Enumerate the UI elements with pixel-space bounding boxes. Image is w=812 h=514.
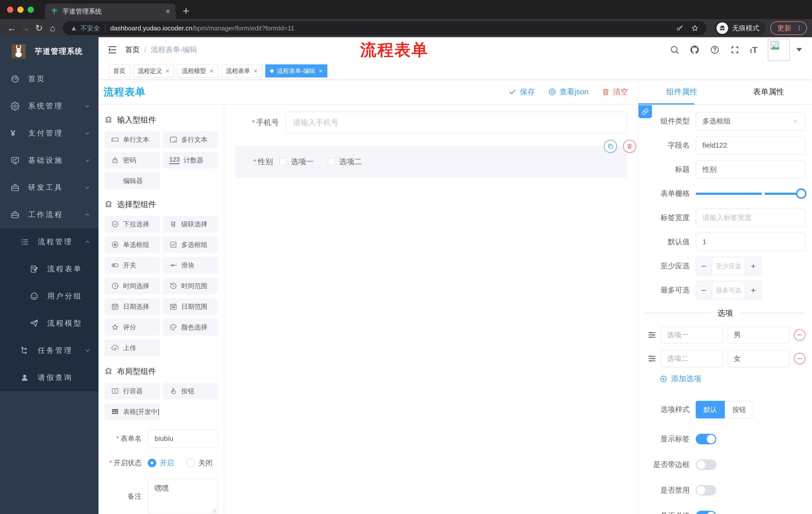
sidebar-item-payment[interactable]: ¥ 支付管理 (0, 120, 98, 147)
sidebar-item-user-group[interactable]: 用户分组 (0, 283, 98, 310)
stepper-minus-button[interactable]: − (696, 281, 712, 299)
sidebar-item-leave-query[interactable]: 请假查询 (0, 364, 98, 391)
browser-menu-icon[interactable] (796, 25, 803, 31)
slider-track[interactable] (696, 193, 803, 195)
component-button[interactable]: 按钮 (163, 383, 218, 399)
close-tab-icon[interactable]: × (209, 67, 213, 74)
maximize-window-button[interactable] (28, 6, 34, 13)
title-input[interactable]: 性别 (696, 160, 806, 179)
add-option-button[interactable]: 添加选项 (660, 374, 806, 384)
field-link-tag[interactable] (638, 105, 652, 118)
close-tab-icon[interactable]: × (254, 67, 257, 74)
component-time-picker[interactable]: 时间选择 (105, 278, 160, 294)
disabled-toggle[interactable] (696, 485, 716, 496)
sidebar-item-process-model[interactable]: 流程模型 (0, 310, 98, 337)
view-tab-process-form-edit[interactable]: 流程表单-编辑 × (265, 64, 327, 77)
stepper-minus-button[interactable]: − (696, 257, 712, 275)
help-icon[interactable] (710, 45, 720, 55)
component-date-picker[interactable]: 日期选择 (105, 298, 160, 315)
view-tab-process-model[interactable]: 流程模型 × (177, 64, 218, 77)
component-row-container[interactable]: 行容器 (105, 383, 160, 399)
close-tab-icon[interactable]: × (166, 7, 170, 15)
address-bar[interactable]: ▲ 不安全 dashboard.yudao.iocoder.cn /bpm/ma… (63, 21, 706, 35)
component-slider[interactable]: 滑块 (163, 257, 218, 274)
option-1-label-input[interactable]: 选项一 (661, 326, 723, 344)
forward-icon[interactable]: → (19, 21, 32, 35)
view-json-button[interactable]: 查看json (548, 87, 588, 97)
bookmark-star-icon[interactable] (691, 24, 699, 32)
new-tab-button[interactable]: + (183, 5, 190, 17)
component-multi-text[interactable]: 多行文本 (163, 131, 218, 148)
close-window-button[interactable] (7, 6, 13, 13)
avatar[interactable] (768, 39, 790, 61)
tab-form-props[interactable]: 表单属性 (725, 79, 812, 104)
component-radio-group[interactable]: 单选框组 (105, 236, 160, 253)
stepper-plus-button[interactable]: + (745, 281, 761, 299)
option-1-value-input[interactable]: 男 (728, 326, 790, 344)
browser-update-button[interactable]: 更新 (770, 21, 807, 35)
component-rate[interactable]: 评分 (105, 319, 160, 335)
component-time-range[interactable]: 时间范围 (163, 278, 218, 294)
clear-button[interactable]: 清空 (602, 87, 628, 97)
component-password[interactable]: 密码 (105, 152, 160, 168)
option-2-label-input[interactable]: 选项二 (661, 350, 723, 367)
password-key-icon[interactable] (676, 24, 684, 32)
remove-option-button[interactable] (794, 329, 806, 341)
remove-option-button[interactable] (794, 353, 806, 364)
field-name-input[interactable]: field122 (696, 136, 806, 154)
component-counter[interactable]: 123 计数器 (163, 152, 218, 168)
canvas-gender-field-selected[interactable]: 性别 选项一 选项二 (235, 146, 627, 178)
window-controls[interactable] (0, 0, 45, 19)
text-size-icon[interactable]: tT (750, 45, 758, 55)
default-value-input[interactable]: 1 (696, 233, 806, 251)
reload-icon[interactable]: ↻ (32, 21, 46, 35)
view-tab-process-form[interactable]: 流程表单 × (221, 64, 262, 77)
component-switch[interactable]: 开关 (105, 257, 160, 274)
view-tab-process-def[interactable]: 流程定义 × (133, 64, 174, 77)
style-default-button[interactable]: 默认 (696, 401, 725, 418)
status-off-radio[interactable]: 关闭 (186, 458, 212, 468)
component-date-range[interactable]: 日期范围 (163, 298, 218, 315)
search-icon[interactable] (670, 45, 679, 55)
label-width-input[interactable]: 请输入标签宽度 (696, 209, 806, 227)
minimize-window-button[interactable] (17, 6, 24, 13)
stepper-plus-button[interactable]: + (745, 257, 761, 275)
incognito-chip[interactable]: 无痕模式 (715, 21, 766, 35)
view-tab-home[interactable]: 首页 (109, 64, 130, 77)
component-upload[interactable]: 上传 (105, 340, 160, 356)
sidebar-item-workflow[interactable]: 工作流程 (0, 201, 98, 228)
sidebar-collapse-icon[interactable] (107, 45, 118, 55)
back-icon[interactable]: ← (5, 21, 19, 35)
phone-input[interactable]: 请输入手机号 (285, 112, 627, 133)
form-name-input[interactable]: biubiu (148, 430, 218, 447)
sidebar-item-process-manage[interactable]: 流程管理 (0, 228, 98, 255)
gender-option-1-checkbox[interactable]: 选项一 (279, 157, 314, 167)
drag-handle-icon[interactable] (647, 354, 657, 363)
close-tab-icon[interactable]: × (166, 67, 169, 74)
sidebar-item-home[interactable]: 首页 (0, 65, 98, 92)
duplicate-field-button[interactable] (604, 140, 617, 153)
show-label-toggle[interactable] (696, 434, 716, 444)
delete-field-button[interactable] (623, 140, 636, 153)
sidebar-item-process-form[interactable]: 流程表单 (0, 255, 98, 283)
remark-textarea[interactable]: 嘿嘿 (148, 479, 218, 514)
save-button[interactable]: 保存 (508, 87, 535, 97)
grid-slider[interactable] (696, 185, 806, 203)
gender-option-2-checkbox[interactable]: 选项二 (328, 157, 362, 167)
component-editor[interactable]: 编辑器 (105, 172, 160, 189)
required-toggle[interactable] (696, 511, 716, 514)
component-table[interactable]: 表格[开发中] (105, 403, 160, 420)
component-type-select[interactable]: 多选框组 (696, 112, 806, 130)
fullscreen-icon[interactable] (730, 45, 740, 55)
status-on-radio[interactable]: 开启 (148, 458, 174, 468)
drag-handle-icon[interactable] (647, 330, 657, 340)
style-button-button[interactable]: 按钮 (725, 401, 754, 418)
home-icon[interactable]: ⌂ (46, 21, 59, 35)
component-color-picker[interactable]: 颜色选择 (163, 319, 218, 335)
component-checkbox-group[interactable]: 多选框组 (163, 236, 218, 253)
max-select-input[interactable]: 最多可选 (712, 281, 745, 299)
breadcrumb-home[interactable]: 首页 (125, 45, 140, 55)
sidebar-item-system[interactable]: 系统管理 (0, 92, 98, 120)
min-select-input[interactable]: 至少应选 (712, 257, 745, 275)
github-icon[interactable] (690, 45, 700, 55)
